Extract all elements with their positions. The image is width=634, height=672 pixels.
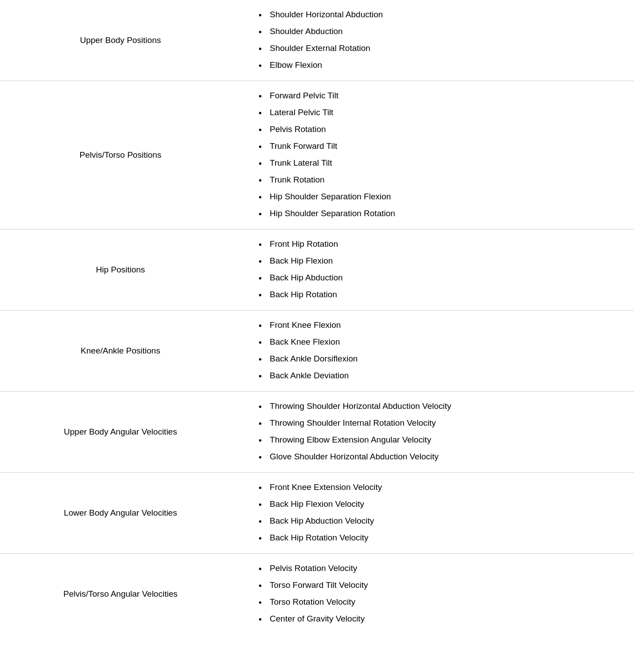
list-item-label: Hip Shoulder Separation Rotation <box>270 208 395 220</box>
list-item: Pelvis Rotation <box>259 124 616 136</box>
items-list-lower-body-angular-velocities: Front Knee Extension VelocityBack Hip Fl… <box>259 482 616 544</box>
list-item-label: Front Hip Rotation <box>270 238 338 250</box>
list-item: Shoulder Abduction <box>259 26 616 38</box>
list-item-label: Back Ankle Dorsiflexion <box>270 353 358 365</box>
items-cell-pelvis-torso-angular-velocities: Pelvis Rotation VelocityTorso Forward Ti… <box>241 554 634 635</box>
table-row: Upper Body PositionsShoulder Horizontal … <box>0 0 634 81</box>
list-item-label: Back Ankle Deviation <box>270 370 349 382</box>
category-cell-pelvis-torso-positions: Pelvis/Torso Positions <box>0 81 241 229</box>
list-item: Elbow Flexion <box>259 59 616 72</box>
list-item: Back Hip Rotation Velocity <box>259 532 616 544</box>
items-list-hip-positions: Front Hip RotationBack Hip FlexionBack H… <box>259 238 616 301</box>
list-item: Pelvis Rotation Velocity <box>259 563 616 575</box>
list-item: Back Hip Rotation <box>259 289 616 301</box>
list-item-label: Forward Pelvic Tilt <box>270 90 338 102</box>
items-list-knee-ankle-positions: Front Knee FlexionBack Knee FlexionBack … <box>259 319 616 382</box>
list-item: Center of Gravity Velocity <box>259 613 616 625</box>
list-item: Torso Forward Tilt Velocity <box>259 579 616 592</box>
items-list-pelvis-torso-angular-velocities: Pelvis Rotation VelocityTorso Forward Ti… <box>259 563 616 625</box>
table-row: Hip PositionsFront Hip RotationBack Hip … <box>0 229 634 311</box>
table-row: Upper Body Angular VelocitiesThrowing Sh… <box>0 392 634 473</box>
list-item: Back Knee Flexion <box>259 336 616 349</box>
list-item: Front Hip Rotation <box>259 238 616 251</box>
list-item: Back Ankle Dorsiflexion <box>259 353 616 365</box>
list-item-label: Throwing Shoulder Horizontal Abduction V… <box>270 400 451 412</box>
list-item: Hip Shoulder Separation Rotation <box>259 208 616 220</box>
list-item: Glove Shoulder Horizontal Abduction Velo… <box>259 451 616 463</box>
list-item: Hip Shoulder Separation Flexion <box>259 191 616 203</box>
list-item-label: Pelvis Rotation Velocity <box>270 563 358 575</box>
list-item-label: Center of Gravity Velocity <box>270 613 365 625</box>
list-item: Shoulder Horizontal Abduction <box>259 9 616 21</box>
list-item-label: Throwing Shoulder Internal Rotation Velo… <box>270 417 436 429</box>
table-row: Pelvis/Torso PositionsForward Pelvic Til… <box>0 81 634 229</box>
category-cell-knee-ankle-positions: Knee/Ankle Positions <box>0 311 241 392</box>
items-cell-knee-ankle-positions: Front Knee FlexionBack Knee FlexionBack … <box>241 311 634 392</box>
category-cell-lower-body-angular-velocities: Lower Body Angular Velocities <box>0 473 241 554</box>
category-cell-upper-body-positions: Upper Body Positions <box>0 0 241 81</box>
list-item: Front Knee Flexion <box>259 319 616 332</box>
table-row: Pelvis/Torso Angular VelocitiesPelvis Ro… <box>0 554 634 635</box>
data-table: Upper Body PositionsShoulder Horizontal … <box>0 0 634 634</box>
list-item: Back Hip Abduction <box>259 272 616 284</box>
list-item: Back Hip Flexion Velocity <box>259 498 616 511</box>
list-item: Forward Pelvic Tilt <box>259 90 616 102</box>
main-table-container: Upper Body PositionsShoulder Horizontal … <box>0 0 634 634</box>
list-item-label: Hip Shoulder Separation Flexion <box>270 191 391 203</box>
category-cell-hip-positions: Hip Positions <box>0 229 241 311</box>
list-item: Torso Rotation Velocity <box>259 596 616 609</box>
list-item-label: Back Hip Abduction Velocity <box>270 515 374 527</box>
items-cell-pelvis-torso-positions: Forward Pelvic TiltLateral Pelvic TiltPe… <box>241 81 634 229</box>
category-cell-pelvis-torso-angular-velocities: Pelvis/Torso Angular Velocities <box>0 554 241 635</box>
list-item: Throwing Shoulder Horizontal Abduction V… <box>259 400 616 413</box>
list-item: Trunk Lateral Tilt <box>259 157 616 170</box>
list-item-label: Torso Rotation Velocity <box>270 596 355 608</box>
items-list-pelvis-torso-positions: Forward Pelvic TiltLateral Pelvic TiltPe… <box>259 90 616 220</box>
list-item-label: Torso Forward Tilt Velocity <box>270 579 368 591</box>
list-item: Lateral Pelvic Tilt <box>259 107 616 119</box>
list-item: Trunk Forward Tilt <box>259 140 616 153</box>
items-cell-hip-positions: Front Hip RotationBack Hip FlexionBack H… <box>241 229 634 311</box>
list-item: Front Knee Extension Velocity <box>259 482 616 494</box>
list-item-label: Trunk Forward Tilt <box>270 140 337 152</box>
list-item-label: Pelvis Rotation <box>270 124 326 136</box>
list-item-label: Back Hip Abduction <box>270 272 343 284</box>
table-row: Knee/Ankle PositionsFront Knee FlexionBa… <box>0 311 634 392</box>
list-item-label: Elbow Flexion <box>270 59 322 71</box>
list-item-label: Front Knee Extension Velocity <box>270 482 382 493</box>
list-item-label: Trunk Rotation <box>270 174 325 186</box>
list-item-label: Back Hip Rotation Velocity <box>270 532 369 544</box>
list-item-label: Throwing Elbow Extension Angular Velocit… <box>270 434 431 446</box>
list-item: Back Ankle Deviation <box>259 370 616 382</box>
list-item: Back Hip Abduction Velocity <box>259 515 616 528</box>
list-item-label: Back Hip Flexion <box>270 255 333 267</box>
list-item-label: Front Knee Flexion <box>270 319 341 331</box>
list-item-label: Glove Shoulder Horizontal Abduction Velo… <box>270 451 439 463</box>
table-row: Lower Body Angular VelocitiesFront Knee … <box>0 473 634 554</box>
list-item-label: Lateral Pelvic Tilt <box>270 107 334 119</box>
items-list-upper-body-positions: Shoulder Horizontal AbductionShoulder Ab… <box>259 9 616 72</box>
list-item-label: Trunk Lateral Tilt <box>270 157 332 169</box>
list-item-label: Shoulder External Rotation <box>270 43 370 54</box>
items-cell-upper-body-angular-velocities: Throwing Shoulder Horizontal Abduction V… <box>241 392 634 473</box>
items-cell-lower-body-angular-velocities: Front Knee Extension VelocityBack Hip Fl… <box>241 473 634 554</box>
list-item-label: Shoulder Abduction <box>270 26 343 38</box>
items-cell-upper-body-positions: Shoulder Horizontal AbductionShoulder Ab… <box>241 0 634 81</box>
list-item: Throwing Shoulder Internal Rotation Velo… <box>259 417 616 430</box>
list-item: Trunk Rotation <box>259 174 616 186</box>
list-item-label: Back Hip Flexion Velocity <box>270 498 364 510</box>
category-cell-upper-body-angular-velocities: Upper Body Angular Velocities <box>0 392 241 473</box>
list-item-label: Back Knee Flexion <box>270 336 340 348</box>
items-list-upper-body-angular-velocities: Throwing Shoulder Horizontal Abduction V… <box>259 400 616 463</box>
list-item-label: Shoulder Horizontal Abduction <box>270 9 383 21</box>
list-item-label: Back Hip Rotation <box>270 289 337 301</box>
list-item: Throwing Elbow Extension Angular Velocit… <box>259 434 616 447</box>
list-item: Shoulder External Rotation <box>259 43 616 55</box>
list-item: Back Hip Flexion <box>259 255 616 268</box>
